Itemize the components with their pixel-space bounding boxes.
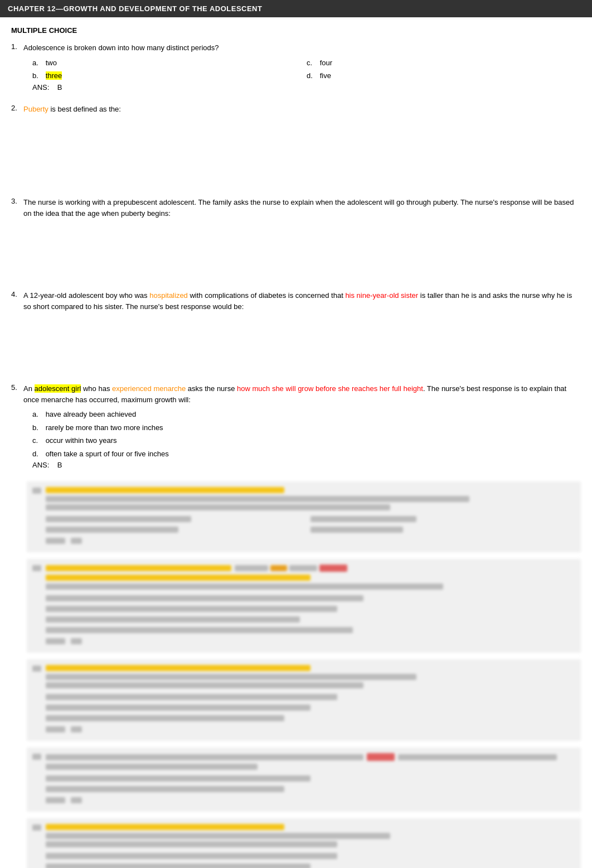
question-5-pre: An (23, 384, 35, 393)
question-2: 2. Puberty is best defined as the: (11, 104, 581, 185)
question-4-text: A 12-year-old adolescent boy who was hos… (23, 290, 581, 312)
question-2-space (11, 118, 581, 185)
blurred-block-1 (27, 481, 581, 552)
choice-5c2: c. occur within two years (32, 435, 307, 447)
question-5-text: An adolescent girl who has experienced m… (23, 383, 581, 405)
question-4-mid: with complications of diabetes is concer… (188, 291, 346, 300)
chapter-header: CHAPTER 12—GROWTH AND DEVELOPMENT OF THE… (0, 0, 592, 17)
question-4-space (11, 315, 581, 371)
question-5-choices: a. have already been achieved b. rarely … (32, 408, 581, 460)
choice-1a: a. two (32, 57, 307, 69)
choice-5b-text: rarely be more than two more inches (46, 423, 163, 432)
question-4-highlight1: hospitalized (149, 291, 188, 300)
question-1: 1. Adolescence is broken down into how m… (11, 42, 581, 91)
question-5-ans-value: B (57, 461, 62, 469)
question-1-text: Adolescence is broken down into how many… (23, 42, 581, 54)
choice-5d (307, 422, 581, 434)
blurred-content (27, 481, 581, 868)
question-5-highlight1: adolescent girl (35, 384, 81, 393)
chapter-title: CHAPTER 12—GROWTH AND DEVELOPMENT OF THE… (8, 4, 262, 13)
question-2-text: Puberty is best defined as the: (23, 104, 581, 115)
blurred-block-2 (27, 559, 581, 653)
choice-1d: d. five (307, 70, 581, 82)
choice-1a-text: two (46, 59, 57, 67)
choice-5d2: d. often take a spurt of four or five in… (32, 448, 307, 460)
question-4-highlight2: his nine-year-old sister (345, 291, 418, 300)
blurred-block-4 (27, 748, 581, 812)
choice-5c (307, 408, 581, 421)
question-5: 5. An adolescent girl who has experience… (11, 383, 581, 469)
question-3-text: The nurse is working with a prepubescent… (23, 197, 581, 219)
question-1-ans-value: B (57, 83, 62, 91)
question-5-mid2: asks the nurse (186, 384, 237, 393)
blurred-block-3 (27, 659, 581, 741)
question-1-ans: ANS: B (32, 83, 581, 91)
choice-5d-text: often take a spurt of four or five inche… (46, 450, 169, 458)
question-2-number: 2. (11, 104, 23, 112)
blurred-block-5 (27, 818, 581, 868)
question-1-choices: a. two b. three c. four d. five (32, 57, 581, 82)
question-1-row: 1. Adolescence is broken down into how m… (11, 42, 581, 54)
question-3-space (11, 222, 581, 278)
choice-5b: b. rarely be more than two more inches (32, 422, 307, 434)
question-4-row: 4. A 12-year-old adolescent boy who was … (11, 290, 581, 312)
question-4: 4. A 12-year-old adolescent boy who was … (11, 290, 581, 371)
choice-5a: a. have already been achieved (32, 408, 307, 421)
choice-1c: c. four (307, 57, 581, 69)
question-1-choices-right: c. four d. five (307, 57, 581, 82)
question-1-choices-left: a. two b. three (32, 57, 307, 82)
main-content: MULTIPLE CHOICE 1. Adolescence is broken… (0, 17, 592, 868)
question-4-number: 4. (11, 290, 23, 298)
question-2-highlight: Puberty (23, 105, 48, 113)
question-3-number: 3. (11, 197, 23, 205)
question-5-number: 5. (11, 383, 23, 392)
question-5-row: 5. An adolescent girl who has experience… (11, 383, 581, 405)
question-2-after: is best defined as the: (50, 105, 120, 113)
choice-5a-text: have already been achieved (46, 410, 137, 418)
question-4-before: A 12-year-old adolescent boy who was (23, 291, 149, 300)
question-2-row: 2. Puberty is best defined as the: (11, 104, 581, 115)
choice-1c-text: four (320, 59, 332, 67)
question-3: 3. The nurse is working with a prepubesc… (11, 197, 581, 278)
question-3-row: 3. The nurse is working with a prepubesc… (11, 197, 581, 219)
question-1-number: 1. (11, 42, 23, 51)
question-5-mid1: who has (81, 384, 112, 393)
question-5-highlight2: experienced menarche (112, 384, 186, 393)
section-type: MULTIPLE CHOICE (11, 26, 581, 35)
choice-1d-text: five (320, 71, 331, 80)
choice-1b: b. three (32, 70, 307, 82)
question-5-highlight3: how much she will grow before she reache… (237, 384, 423, 393)
choice-5c-text: occur within two years (46, 436, 117, 445)
choice-1b-text: three (46, 71, 62, 80)
question-5-ans: ANS: B (32, 461, 581, 469)
